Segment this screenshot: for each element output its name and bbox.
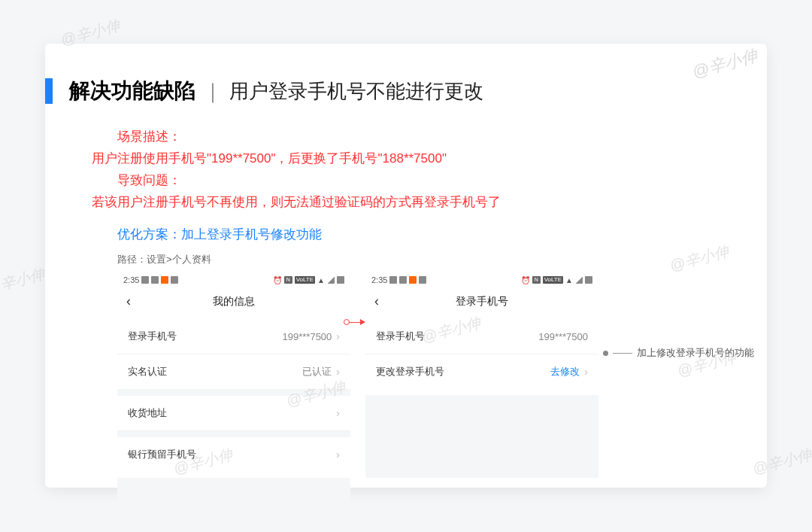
status-time: 2:35 — [371, 275, 387, 284]
nfc-icon: N — [284, 276, 292, 284]
arrow-line — [350, 322, 360, 323]
row-label: 登录手机号 — [128, 330, 177, 343]
row-value: 199***7500 — [538, 331, 588, 342]
title-separator: ｜ — [203, 78, 222, 105]
alarm-icon: ⏰ — [521, 276, 530, 284]
row-value: 去修改 — [550, 365, 580, 378]
phone-mock-login-phone: 2:35 ⏰ N VoLTE ▲ ‹ 登录手机号 — [365, 272, 598, 478]
wifi-icon: ▲ — [565, 276, 573, 284]
chevron-right-icon: › — [336, 366, 340, 378]
title-accent-bar — [45, 78, 53, 104]
description-block: 场景描述： 用户注册使用手机号"199**7500"，后更换了手机号"188**… — [45, 126, 767, 245]
signal-icon — [575, 276, 583, 284]
nav-bar: ‹ 我的信息 — [117, 286, 350, 319]
problem-body: 若该用户注册手机号不再使用，则无法通过验证码的方式再登录手机号了 — [92, 192, 737, 214]
row-value: 已认证 — [302, 365, 332, 378]
row-address[interactable]: 收货地址 › — [117, 396, 350, 431]
path-breadcrumb: 路径：设置>个人资料 — [45, 253, 767, 266]
row-value: 199***7500 — [283, 331, 332, 342]
row-change-phone[interactable]: 更改登录手机号 去修改› — [365, 354, 598, 389]
watermark: @辛小伸 — [0, 263, 47, 299]
battery-icon — [337, 276, 344, 284]
empty-area — [365, 395, 598, 478]
annotation-callout: 加上修改登录手机号的功能 — [603, 346, 754, 360]
callout-dot-icon — [603, 351, 608, 356]
row-label: 更改登录手机号 — [376, 365, 444, 378]
status-bar: 2:35 ⏰ N VoLTE ▲ — [117, 272, 350, 286]
volte-icon: VoLTE — [295, 276, 315, 284]
signal-icon — [327, 276, 335, 284]
chevron-right-icon: › — [336, 448, 340, 461]
row-realname[interactable]: 实名认证 已认证› — [117, 354, 350, 390]
scene-body: 用户注册使用手机号"199**7500"，后更换了手机号"188**7500" — [92, 148, 737, 170]
taobao-icon — [161, 276, 168, 284]
row-label: 银行预留手机号 — [128, 448, 196, 461]
title-sub: 用户登录手机号不能进行更改 — [229, 78, 483, 105]
row-label: 登录手机号 — [376, 330, 425, 343]
status-time: 2:35 — [123, 275, 139, 284]
row-login-phone[interactable]: 登录手机号 199***7500› — [117, 319, 350, 354]
flow-arrow — [344, 319, 365, 325]
title-row: 解决功能缺陷 ｜ 用户登录手机号不能进行更改 — [45, 77, 767, 105]
battery-icon — [585, 276, 592, 284]
row-label: 实名认证 — [128, 365, 167, 378]
app-icon — [171, 276, 178, 284]
slide-card: 解决功能缺陷 ｜ 用户登录手机号不能进行更改 场景描述： 用户注册使用手机号"1… — [45, 44, 767, 488]
alarm-icon: ⏰ — [273, 276, 282, 284]
nav-title: 登录手机号 — [365, 295, 598, 309]
arrow-origin-icon — [344, 319, 350, 325]
callout-line — [613, 353, 632, 354]
nav-bar: ‹ 登录手机号 — [365, 286, 598, 319]
msg-icon — [399, 276, 407, 284]
section-gap — [117, 390, 350, 396]
row-bank-phone[interactable]: 银行预留手机号 › — [117, 437, 350, 472]
app-icon — [419, 276, 426, 284]
volte-icon: VoLTE — [543, 276, 563, 284]
row-label: 收货地址 — [128, 406, 167, 420]
chevron-right-icon: › — [336, 407, 340, 419]
section-gap — [117, 431, 350, 437]
msg-icon — [151, 276, 159, 284]
taobao-icon — [409, 276, 417, 284]
status-bar: 2:35 ⏰ N VoLTE ▲ — [365, 272, 598, 286]
nfc-icon: N — [532, 276, 541, 284]
empty-area — [117, 478, 350, 511]
mockup-row: 2:35 ⏰ N VoLTE ▲ ‹ 我的信息 — [45, 272, 767, 511]
wifi-icon: ▲ — [317, 276, 325, 284]
mail-icon — [389, 276, 397, 284]
problem-label: 导致问题： — [117, 170, 737, 192]
chevron-right-icon: › — [336, 330, 340, 342]
title-main: 解决功能缺陷 — [69, 77, 195, 105]
mail-icon — [141, 276, 149, 284]
annotation-text: 加上修改登录手机号的功能 — [637, 346, 754, 360]
arrow-head-icon — [360, 319, 365, 325]
solution-text: 优化方案：加上登录手机号修改功能 — [117, 224, 737, 246]
phone-mock-my-info: 2:35 ⏰ N VoLTE ▲ ‹ 我的信息 — [117, 272, 350, 511]
chevron-right-icon: › — [584, 366, 588, 378]
scene-label: 场景描述： — [117, 126, 737, 148]
nav-title: 我的信息 — [117, 295, 350, 309]
row-login-phone[interactable]: 登录手机号 199***7500 — [365, 319, 598, 354]
